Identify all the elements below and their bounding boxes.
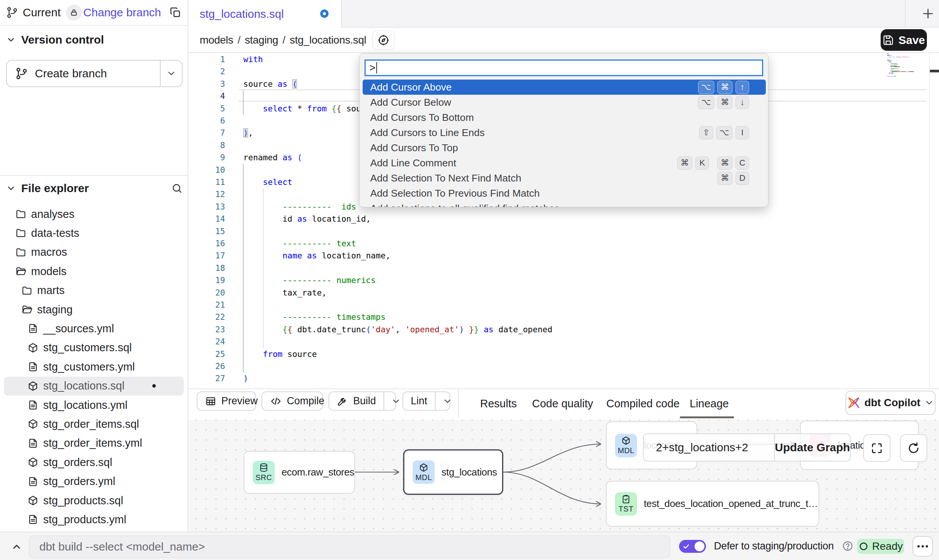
update-graph-button[interactable]: Update Graph: [774, 433, 851, 461]
defer-label: Defer to staging/production: [714, 540, 834, 552]
tree-item-staging[interactable]: staging: [4, 300, 184, 319]
tree-item-stg-locations-yml[interactable]: stg_locations.yml: [4, 396, 184, 415]
tree-item-macros[interactable]: macros: [4, 243, 184, 262]
search-icon[interactable]: [171, 183, 183, 194]
command-item-1[interactable]: Add Cursor Below⌥⌘↓: [363, 95, 766, 110]
command-item-4[interactable]: Add Cursors To Top: [363, 140, 766, 155]
dbt-copilot-button[interactable]: dbt Copilot: [845, 391, 936, 415]
compile-button[interactable]: Compile: [261, 391, 323, 411]
tab-stg-locations[interactable]: stg_locations.sql: [188, 0, 342, 28]
dbt-cloud-ide: Current Change branch Version control Cr…: [0, 0, 939, 560]
save-button[interactable]: Save: [881, 29, 927, 51]
new-tab-button[interactable]: [911, 0, 939, 27]
tree-item-data-tests[interactable]: data-tests: [4, 224, 184, 242]
key-chip: ⌥: [698, 96, 714, 109]
code-line-23: {{ dbt.date_trunc('day', 'opened_at') }}…: [243, 324, 552, 336]
breadcrumb-file[interactable]: stg_locations.sql: [290, 34, 366, 46]
tree-item-label: data-tests: [31, 227, 79, 239]
tree-item-label: stg_customers.sql: [43, 341, 132, 354]
minimap[interactable]: [887, 53, 929, 156]
line-number: 6: [188, 115, 225, 127]
tab-results[interactable]: Results: [480, 389, 517, 418]
create-branch-main[interactable]: Create branch: [7, 61, 160, 86]
tree-item-stg-products-sql[interactable]: stg_products.sql: [4, 491, 184, 510]
tree-item-analyses[interactable]: analyses: [4, 205, 184, 224]
version-control-title: Version control: [21, 33, 104, 46]
tree-item-stg-orders-yml[interactable]: stg_orders.yml: [4, 472, 184, 491]
command-palette-input[interactable]: >: [365, 59, 763, 76]
dbt-command-input[interactable]: dbt build --select <model_name>: [29, 535, 670, 558]
command-item-3[interactable]: Add Cursors to Line Ends⇧⌥I: [363, 125, 766, 140]
lint-button[interactable]: Lint: [402, 391, 450, 411]
tree-item-stg-orders-sql[interactable]: stg_orders.sql: [4, 453, 184, 472]
breadcrumb-models[interactable]: models: [200, 34, 233, 46]
ready-label: Ready: [872, 540, 903, 552]
collapse-panel-button[interactable]: [8, 538, 26, 556]
create-branch-caret[interactable]: [160, 61, 182, 86]
lineage-panel[interactable]: SRC ecom.raw_stores MDL stg_locations MD…: [188, 420, 939, 532]
command-item-7[interactable]: Add Selection To Previous Find Match: [363, 186, 766, 201]
code-line-9: renamed as (: [243, 152, 302, 164]
refresh-icon: [907, 441, 920, 455]
doc-icon: [27, 323, 39, 334]
chevron-down-icon: [6, 35, 16, 45]
tab-code-quality[interactable]: Code quality: [532, 389, 593, 418]
command-item-6[interactable]: Add Selection To Next Find Match⌘D: [363, 171, 766, 186]
refresh-button[interactable]: [900, 434, 927, 462]
line-number: 13: [188, 201, 225, 213]
tree-item-marts[interactable]: marts: [4, 281, 184, 300]
command-item-2[interactable]: Add Cursors To Bottom: [363, 110, 766, 125]
tree-item-stg-products-yml[interactable]: stg_products.yml: [4, 510, 184, 529]
more-options-button[interactable]: [912, 536, 933, 557]
tree-item--sources-yml[interactable]: __sources.yml: [4, 319, 184, 338]
line-number: 27: [188, 372, 225, 385]
command-item-0[interactable]: Add Cursor Above⌥⌘↑: [363, 80, 766, 95]
breadcrumb: models / staging / stg_locations.sql: [200, 34, 366, 46]
help-icon[interactable]: [842, 540, 853, 552]
tree-item-label: stg_order_items.yml: [43, 437, 142, 449]
tree-item-models[interactable]: models: [4, 262, 184, 281]
command-item-8[interactable]: Add selections to all qualified find mat…: [363, 201, 766, 207]
command-item-5[interactable]: Add Line Comment⌘K⌘C: [363, 155, 766, 171]
tree-item-stg-customers-yml[interactable]: stg_customers.yml: [4, 357, 184, 376]
line-number: 23: [188, 324, 225, 336]
tree-item-label: stg_products.sql: [43, 494, 123, 507]
doc-icon: [27, 361, 39, 372]
tree-item-stg-customers-sql[interactable]: stg_customers.sql: [4, 338, 184, 357]
lineage-node-raw-stores[interactable]: SRC ecom.raw_stores: [244, 451, 355, 494]
create-branch-label: Create branch: [35, 67, 107, 80]
build-button[interactable]: Build: [329, 391, 396, 411]
preview-button[interactable]: Preview: [197, 391, 256, 411]
node-type-tag: TST: [618, 505, 633, 513]
navigate-compass-button[interactable]: [372, 30, 395, 50]
tree-item-label: stg_orders.sql: [43, 456, 112, 469]
file-explorer-header[interactable]: File explorer: [6, 182, 183, 195]
preview-label: Preview: [221, 395, 258, 407]
defer-toggle[interactable]: [679, 540, 706, 553]
tree-item-stg-order-items-yml[interactable]: stg_order_items.yml: [4, 434, 184, 453]
fullscreen-button[interactable]: [863, 434, 890, 462]
create-branch-button[interactable]: Create branch: [6, 60, 183, 87]
tree-item-stg-locations-sql[interactable]: stg_locations.sql: [4, 377, 184, 396]
node-label: ecom.raw_stores: [282, 466, 354, 478]
tab-compiled-code[interactable]: Compiled code: [606, 389, 679, 418]
lint-caret[interactable]: [435, 392, 459, 410]
line-number: 21: [188, 299, 225, 311]
breadcrumb-staging[interactable]: staging: [245, 34, 278, 46]
line-number: 10: [188, 164, 225, 176]
code-line-20: tax_rate,: [243, 287, 327, 299]
change-branch-link[interactable]: Change branch: [83, 6, 161, 19]
version-control-header[interactable]: Version control: [6, 33, 104, 46]
keyboard-shortcut: ⌘D: [717, 172, 749, 185]
copy-icon[interactable]: [169, 6, 182, 19]
lineage-node-stg-locations[interactable]: MDL stg_locations: [403, 449, 503, 495]
scrollbar-handle[interactable]: [930, 70, 939, 72]
lineage-node-test[interactable]: TST test_does_location_opened_at_trunc_t…: [606, 481, 819, 527]
lineage-selector-input[interactable]: 2+stg_locations+2: [643, 433, 774, 461]
node-type-tag: MDL: [618, 446, 634, 455]
minimap-separator: [929, 53, 930, 388]
tree-item-stg-order-items-sql[interactable]: stg_order_items.sql: [4, 415, 184, 433]
keyboard-shortcut: ⌥⌘↓: [698, 96, 749, 109]
code-line-11: select: [243, 176, 292, 188]
tab-lineage[interactable]: Lineage: [690, 389, 729, 418]
